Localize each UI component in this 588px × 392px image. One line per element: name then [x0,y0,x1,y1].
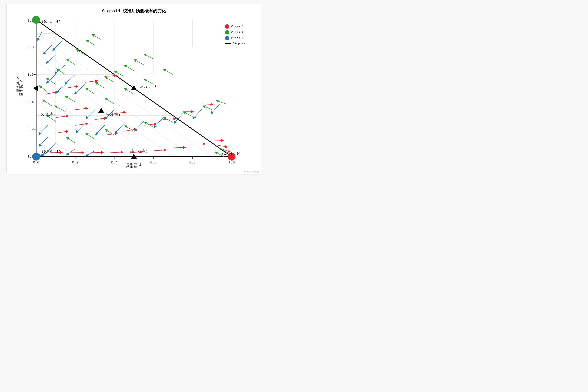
svg-text:,: , [110,113,112,116]
svg-text:,: , [144,85,146,88]
legend-label-simplex: Simplex [233,42,245,45]
x-tick-06: 0.6 [150,160,156,164]
x-tick-02: 0.2 [72,160,78,164]
label-half-0-half: ( [130,150,132,154]
x-tick-08: 0.8 [189,160,196,164]
svg-text:2: 2 [51,114,52,117]
svg-text:): ) [118,113,120,116]
svg-text:): ) [53,113,55,116]
label-100: (1, 0, 0) [222,152,241,156]
y-tick-08: 0.8 [28,46,34,50]
legend-item-class1: Class 1 [225,24,245,28]
label-half-half-0: ( [139,85,141,88]
svg-text:3: 3 [112,114,113,117]
svg-text:1: 1 [108,112,109,114]
svg-text:2: 2 [132,151,134,154]
corner-blue-dot [32,153,40,160]
chart-title: Sigmoid 校准后预测概率的变化 [10,8,257,14]
svg-text:1: 1 [141,83,143,86]
svg-text:1: 1 [116,112,118,114]
svg-text:, 0,: , 0, [134,150,142,154]
chart-container: Sigmoid 校准后预测概率的变化 [6,4,261,174]
svg-line-34 [71,152,83,153]
svg-text:3: 3 [108,114,109,117]
svg-text:1: 1 [146,83,148,86]
svg-text:,: , [49,113,51,116]
svg-text:,: , [114,113,116,116]
svg-text:2: 2 [143,151,145,154]
label-0-half-half: (0, [39,113,45,116]
legend-circle-class1 [225,24,229,28]
x-tick-04: 0.4 [111,160,118,164]
y-tick-02: 0.2 [28,128,34,131]
legend-box: Class 1 Class 2 Class 3 Simplex [221,22,249,50]
svg-text:): ) [146,150,148,154]
svg-text:2: 2 [141,86,143,88]
svg-text:2: 2 [46,114,48,117]
x-axis-label-div: 概率类 1 [126,162,141,167]
chart-area: 0.0 0.2 0.4 0.6 0.8 1.0 0.0 0.2 0.4 0.6 [10,16,257,168]
label-centroid: ( [106,113,107,116]
legend-item-class3: Class 3 [225,36,245,40]
legend-circle-class2 [225,30,229,34]
label-010: (0, 1, 0) [42,20,60,24]
x-tick-10: 1.0 [228,160,235,164]
label-001: (0, 0, 1) [42,150,60,154]
legend-item-class2: Class 2 [225,30,245,34]
svg-text:2: 2 [146,86,148,88]
svg-text:1: 1 [143,149,145,152]
y-tick-06: 0.6 [28,73,34,77]
y-axis-label-div: 概率类 2 [16,77,20,92]
y-tick-04: 0.4 [28,100,34,104]
svg-text:3: 3 [116,114,118,117]
svg-text:1: 1 [132,149,134,152]
svg-text:, 0): , 0) [149,85,156,88]
svg-text:1: 1 [112,112,113,114]
svg-text:1: 1 [46,112,48,114]
legend-label-class3: Class 3 [231,37,244,40]
legend-label-class2: Class 2 [231,31,244,34]
legend-line-simplex [225,43,231,44]
watermark: CSDN @一乾明眼 [244,170,259,173]
legend-circle-class3 [225,36,229,40]
corner-green-dot [32,16,40,24]
x-tick-0: 0.0 [33,160,39,164]
legend-item-simplex: Simplex [225,42,245,45]
svg-text:1: 1 [51,112,52,114]
legend-label-class1: Class 1 [231,25,244,28]
